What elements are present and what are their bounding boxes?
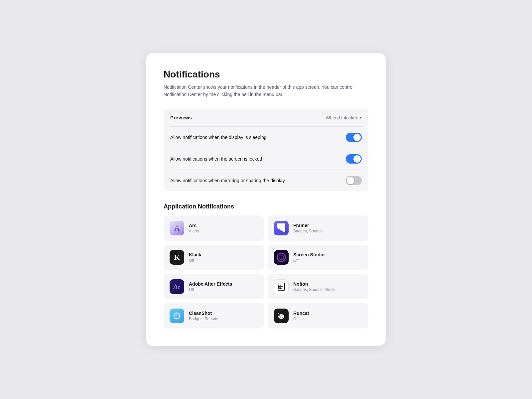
app-name-arc: Arc [189,223,199,228]
setting-label-sleeping: Allow notifications when the display is … [170,135,346,140]
app-status-klack: Off [189,258,201,263]
app-icon-cleanshot [170,309,184,323]
notifications-panel: Notifications Notification Center shows … [146,53,386,346]
svg-text:N: N [278,284,282,290]
page-title: Notifications [164,69,368,80]
apps-grid: Arc Alerts Framer Badges, Sounds K [164,215,368,329]
previews-row: Previews When Unlocked ▾ [170,109,362,127]
app-info-runcat: Runcat Off [293,311,309,321]
previews-label: Previews [170,115,192,120]
section-title: Application Notifications [164,203,368,210]
settings-container: Allow notifications when the display is … [170,127,362,191]
previews-section: Previews When Unlocked ▾ Allow notificat… [164,109,368,191]
app-status-screen-studio: Off [293,258,325,263]
svg-rect-0 [277,223,285,228]
app-card-notion[interactable]: N Notion Badges, Sounds, Alerts [268,274,368,299]
app-info-framer: Framer Badges, Sounds [293,223,323,233]
app-status-runcat: Off [293,317,309,321]
toggle-locked[interactable] [346,154,362,164]
app-status-cleanshot: Badges, Sounds [189,317,218,321]
setting-row-locked: Allow notifications when the screen is l… [170,148,362,170]
app-icon-adobe-after-effects: Ae [170,279,184,294]
page-description: Notification Center shows your notificat… [164,84,363,98]
app-card-arc[interactable]: Arc Alerts [164,215,264,241]
svg-point-11 [279,316,280,317]
app-icon-klack: K [170,250,184,265]
app-card-framer[interactable]: Framer Badges, Sounds [268,215,368,241]
app-status-arc: Alerts [189,229,199,233]
app-status-framer: Badges, Sounds [293,229,323,233]
svg-marker-1 [277,228,285,233]
app-card-adobe-after-effects[interactable]: Ae Adobe After Effects Off [164,274,264,299]
app-card-screen-studio[interactable]: Screen Studio Off [268,245,368,270]
app-info-adobe-after-effects: Adobe After Effects Off [189,281,232,292]
app-name-cleanshot: CleanShot [189,311,218,316]
setting-row-sleeping: Allow notifications when the display is … [170,127,362,148]
previews-value-button[interactable]: When Unlocked ▾ [326,115,362,120]
app-icon-notion: N [274,279,289,294]
app-info-klack: Klack Off [189,252,201,263]
app-name-adobe-after-effects: Adobe After Effects [189,281,232,287]
app-card-klack[interactable]: K Klack Off [164,245,264,270]
app-info-screen-studio: Screen Studio Off [293,252,325,263]
chevron-down-icon: ▾ [360,115,362,120]
setting-label-locked: Allow notifications when the screen is l… [170,156,346,162]
toggle-knob-mirroring [347,177,354,184]
app-icon-framer [274,221,289,235]
app-name-framer: Framer [293,223,323,228]
app-card-runcat[interactable]: Runcat Off [268,303,368,329]
app-info-arc: Arc Alerts [189,223,199,233]
app-card-cleanshot[interactable]: CleanShot Badges, Sounds [164,303,264,329]
app-info-cleanshot: CleanShot Badges, Sounds [189,311,218,321]
toggle-mirroring[interactable] [346,176,362,185]
svg-point-12 [283,316,284,317]
setting-label-mirroring: Allow notifications when mirroring or sh… [170,178,346,183]
app-icon-screen-studio [274,250,289,265]
app-name-screen-studio: Screen Studio [293,252,325,257]
app-icon-runcat [274,309,289,323]
app-name-klack: Klack [189,252,201,257]
app-icon-arc [170,221,184,235]
setting-row-mirroring: Allow notifications when mirroring or sh… [170,170,362,191]
toggle-knob-locked [353,155,361,163]
app-name-runcat: Runcat [293,311,309,316]
app-status-notion: Badges, Sounds, Alerts [293,287,335,292]
app-info-notion: Notion Badges, Sounds, Alerts [293,281,335,292]
app-name-notion: Notion [293,281,335,287]
app-status-adobe-after-effects: Off [189,287,232,292]
toggle-sleeping[interactable] [346,133,362,142]
toggle-knob-sleeping [353,134,361,141]
